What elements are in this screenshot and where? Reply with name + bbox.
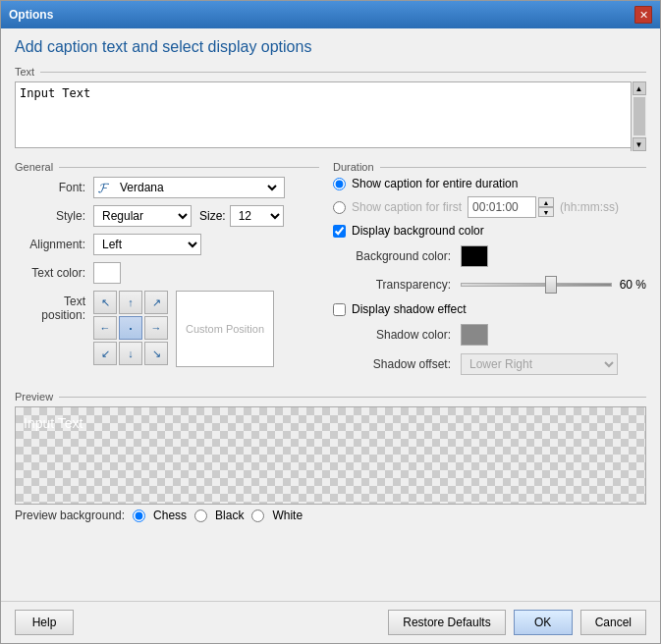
display-bg-checkbox[interactable]	[333, 225, 346, 238]
first-duration-label: Show caption for first	[352, 200, 462, 214]
arrow-button-4[interactable]: ·	[119, 316, 142, 340]
help-button[interactable]: Help	[15, 610, 74, 635]
general-label: General	[15, 161, 319, 173]
font-row: Font: 𝓕 Verdana	[15, 177, 319, 198]
display-shadow-row: Display shadow effect	[333, 302, 646, 316]
alignment-select[interactable]: Left Center Right	[93, 234, 201, 255]
bottom-bar: Help Restore Defaults OK Cancel	[1, 601, 660, 643]
preview-box: Input Text	[15, 406, 646, 505]
shadow-color-label: Shadow color:	[333, 328, 461, 342]
entire-duration-label: Show caption for entire duration	[352, 177, 518, 190]
cancel-button[interactable]: Cancel	[580, 610, 646, 635]
window-title: Options	[9, 8, 53, 22]
white-radio[interactable]	[251, 510, 264, 522]
two-column-layout: General Font: 𝓕 Verdana Style: Regular	[15, 161, 646, 383]
scroll-thumb	[633, 97, 645, 135]
duration-label: Duration	[333, 161, 646, 173]
arrow-button-8[interactable]: ↘	[144, 342, 168, 365]
shadow-offset-select[interactable]: Lower Right Lower Left Upper Right Upper…	[461, 353, 618, 375]
transparency-value: 60 %	[612, 278, 646, 292]
shadow-color-row: Shadow color:	[333, 324, 646, 346]
first-duration-row: Show caption for first ▲ ▼ (hh:mm:ss)	[333, 196, 646, 218]
transparency-slider[interactable]	[461, 275, 612, 295]
restore-defaults-button[interactable]: Restore Defaults	[388, 610, 505, 635]
style-row: Style: Regular Bold Italic Size: 12 14 1…	[15, 205, 319, 227]
preview-bg-label: Preview background:	[15, 509, 125, 522]
black-label: Black	[215, 509, 244, 522]
preview-label: Preview	[15, 391, 646, 402]
arrow-grid: ↖↑↗←·→↙↓↘	[93, 291, 168, 365]
first-duration-radio[interactable]	[333, 201, 346, 214]
black-radio[interactable]	[194, 510, 207, 522]
time-down-button[interactable]: ▼	[538, 207, 554, 217]
font-select[interactable]: Verdana	[112, 178, 280, 197]
time-up-button[interactable]: ▲	[538, 197, 554, 207]
chess-radio[interactable]	[133, 510, 145, 522]
page-title: Add caption text and select display opti…	[15, 38, 646, 56]
arrow-button-1[interactable]: ↑	[119, 291, 142, 314]
arrow-button-6[interactable]: ↙	[93, 342, 117, 365]
text-section-label: Text	[15, 66, 646, 78]
time-input-group: ▲ ▼	[468, 196, 554, 218]
display-shadow-label: Display shadow effect	[352, 302, 467, 316]
scroll-down-button[interactable]: ▼	[633, 137, 646, 151]
shadow-offset-row: Shadow offset: Lower Right Lower Left Up…	[333, 353, 646, 375]
arrow-button-3[interactable]: ←	[93, 316, 117, 340]
main-content: Add caption text and select display opti…	[1, 28, 660, 601]
white-label: White	[272, 509, 303, 522]
position-container: ↖↑↗←·→↙↓↘ Custom Position	[93, 291, 274, 367]
time-spinners: ▲ ▼	[538, 197, 554, 217]
slider-thumb[interactable]	[545, 276, 557, 294]
style-select[interactable]: Regular Bold Italic	[93, 205, 192, 227]
close-button[interactable]: ✕	[634, 6, 652, 24]
ok-button[interactable]: OK	[514, 610, 573, 635]
arrow-button-0[interactable]: ↖	[93, 291, 117, 314]
arrow-button-7[interactable]: ↓	[119, 342, 142, 365]
text-section: Input Text ▲ ▼	[15, 81, 646, 151]
shadow-color-button[interactable]	[461, 324, 488, 346]
text-color-label: Text color:	[15, 266, 93, 280]
text-input[interactable]: Input Text	[15, 81, 646, 148]
preview-text: Input Text	[24, 415, 83, 431]
text-position-label: Textposition:	[15, 291, 93, 322]
size-select[interactable]: 12 14 16 18	[230, 205, 284, 227]
hhmm-label: (hh:mm:ss)	[560, 200, 619, 214]
arrow-button-5[interactable]: →	[144, 316, 168, 340]
time-field[interactable]	[468, 196, 536, 218]
bg-color-button[interactable]	[461, 245, 488, 267]
preview-bg-row: Preview background: Chess Black White	[15, 509, 646, 522]
entire-duration-row: Show caption for entire duration	[333, 177, 646, 190]
text-position-row: Textposition: ↖↑↗←·→↙↓↘ Custom Position	[15, 291, 319, 367]
display-bg-row: Display background color	[333, 224, 646, 238]
display-shadow-checkbox[interactable]	[333, 303, 346, 316]
slider-track	[461, 283, 612, 287]
entire-duration-radio[interactable]	[333, 178, 346, 190]
size-label: Size:	[199, 209, 226, 223]
shadow-offset-label: Shadow offset:	[333, 357, 461, 371]
action-buttons: Restore Defaults OK Cancel	[388, 610, 646, 635]
text-color-row: Text color:	[15, 262, 319, 284]
transparency-label: Transparency:	[333, 278, 461, 292]
custom-position-box: Custom Position	[176, 291, 274, 367]
general-section: General Font: 𝓕 Verdana Style: Regular	[15, 161, 319, 383]
duration-section: Duration Show caption for entire duratio…	[333, 161, 646, 383]
transparency-row: Transparency: 60 %	[333, 275, 646, 295]
preview-section: Preview Input Text Preview background: C…	[15, 391, 646, 522]
chess-label: Chess	[153, 509, 187, 522]
font-label: Font:	[15, 181, 93, 194]
title-bar: Options ✕	[1, 1, 660, 28]
bg-color-label: Background color:	[333, 249, 461, 263]
options-window: Options ✕ Add caption text and select di…	[0, 0, 661, 644]
custom-position-label: Custom Position	[186, 323, 264, 335]
display-bg-label: Display background color	[352, 224, 484, 238]
arrow-button-2[interactable]: ↗	[144, 291, 168, 314]
font-icon: 𝓕	[98, 180, 108, 196]
alignment-label: Alignment:	[15, 238, 93, 251]
scrollbar: ▲ ▼	[631, 81, 646, 151]
style-label: Style:	[15, 209, 93, 223]
scroll-up-button[interactable]: ▲	[633, 81, 646, 95]
bg-color-row: Background color:	[333, 245, 646, 267]
alignment-row: Alignment: Left Center Right	[15, 234, 319, 255]
text-color-button[interactable]	[93, 262, 121, 284]
